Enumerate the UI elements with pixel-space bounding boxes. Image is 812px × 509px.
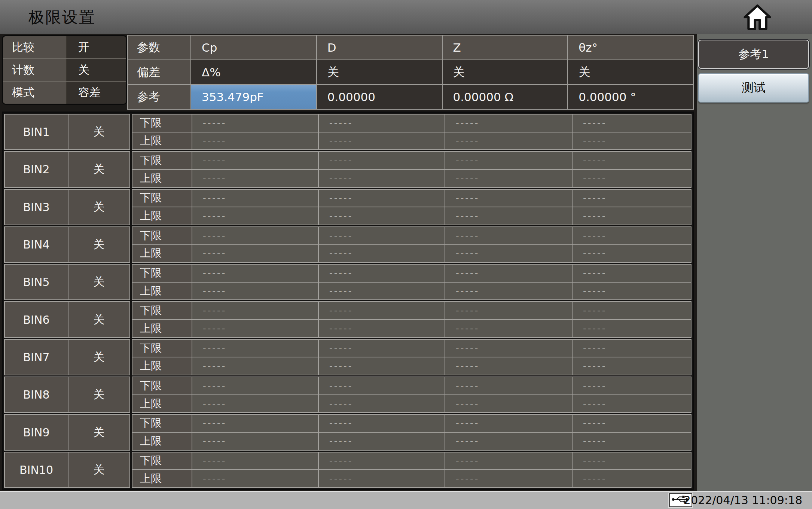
lower-limit-z[interactable]: ----- — [445, 265, 572, 282]
upper-limit-theta[interactable]: ----- — [573, 170, 691, 187]
lower-limit-cp[interactable]: ----- — [192, 377, 318, 394]
lower-limit-z[interactable]: ----- — [445, 340, 572, 357]
upper-limit-cp[interactable]: ----- — [192, 207, 318, 225]
upper-limit-theta[interactable]: ----- — [573, 320, 691, 337]
lower-limit-theta[interactable]: ----- — [573, 265, 691, 282]
lower-limit-z[interactable]: ----- — [445, 190, 572, 207]
upper-limit-cp[interactable]: ----- — [192, 245, 318, 262]
upper-limit-z[interactable]: ----- — [445, 320, 572, 337]
upper-limit-z[interactable]: ----- — [445, 357, 572, 375]
count-value[interactable]: 关 — [67, 59, 126, 81]
upper-limit-cp[interactable]: ----- — [192, 470, 318, 487]
lower-limit-z[interactable]: ----- — [445, 302, 572, 319]
lower-limit-d[interactable]: ----- — [319, 302, 445, 319]
upper-limit-z[interactable]: ----- — [445, 207, 572, 225]
upper-limit-theta[interactable]: ----- — [573, 207, 691, 225]
upper-limit-theta[interactable]: ----- — [573, 433, 691, 450]
upper-limit-cp[interactable]: ----- — [192, 320, 318, 337]
upper-limit-cp[interactable]: ----- — [192, 433, 318, 450]
lower-limit-theta[interactable]: ----- — [573, 190, 691, 207]
upper-limit-theta[interactable]: ----- — [573, 132, 691, 150]
lower-limit-theta[interactable]: ----- — [573, 227, 691, 244]
lower-limit-d[interactable]: ----- — [319, 227, 445, 244]
reference-z[interactable]: 0.00000 Ω — [443, 85, 568, 109]
upper-limit-cp[interactable]: ----- — [192, 283, 318, 300]
home-button[interactable] — [742, 4, 772, 31]
upper-limit-d[interactable]: ----- — [319, 433, 445, 450]
lower-limit-d[interactable]: ----- — [319, 190, 445, 207]
lower-limit-theta[interactable]: ----- — [573, 152, 691, 169]
lower-limit-cp[interactable]: ----- — [192, 302, 318, 319]
bin-state-toggle[interactable]: 关 — [68, 340, 129, 375]
reference-cp-selected[interactable]: 353.479pF — [191, 85, 316, 109]
lower-limit-d[interactable]: ----- — [319, 152, 445, 169]
lower-limit-z[interactable]: ----- — [445, 152, 572, 169]
lower-limit-z[interactable]: ----- — [445, 115, 572, 132]
upper-limit-cp[interactable]: ----- — [192, 170, 318, 187]
lower-limit-cp[interactable]: ----- — [192, 190, 318, 207]
upper-limit-z[interactable]: ----- — [445, 245, 572, 262]
bin-state-toggle[interactable]: 关 — [68, 265, 129, 299]
bin-state-toggle[interactable]: 关 — [68, 190, 129, 225]
lower-limit-d[interactable]: ----- — [319, 452, 445, 470]
lower-limit-d[interactable]: ----- — [319, 415, 445, 432]
mode-value[interactable]: 容差 — [67, 82, 126, 104]
lower-limit-theta[interactable]: ----- — [573, 377, 691, 394]
upper-limit-d[interactable]: ----- — [319, 170, 445, 187]
reference1-button[interactable]: 参考1 — [698, 40, 809, 69]
upper-limit-z[interactable]: ----- — [445, 395, 572, 412]
upper-limit-cp[interactable]: ----- — [192, 357, 318, 375]
bin-state-toggle[interactable]: 关 — [68, 377, 129, 412]
lower-limit-cp[interactable]: ----- — [192, 152, 318, 169]
lower-limit-d[interactable]: ----- — [319, 115, 445, 132]
upper-limit-d[interactable]: ----- — [319, 470, 445, 487]
upper-limit-cp[interactable]: ----- — [192, 395, 318, 412]
lower-limit-cp[interactable]: ----- — [192, 115, 318, 132]
bin-state-toggle[interactable]: 关 — [68, 452, 129, 487]
lower-limit-cp[interactable]: ----- — [192, 452, 318, 470]
reference-theta[interactable]: 0.00000 ° — [568, 85, 693, 109]
upper-limit-z[interactable]: ----- — [445, 170, 572, 187]
lower-limit-z[interactable]: ----- — [445, 452, 572, 470]
lower-limit-cp[interactable]: ----- — [192, 265, 318, 282]
lower-limit-cp[interactable]: ----- — [192, 340, 318, 357]
lower-limit-theta[interactable]: ----- — [573, 302, 691, 319]
lower-limit-z[interactable]: ----- — [445, 227, 572, 244]
lower-limit-d[interactable]: ----- — [319, 377, 445, 394]
upper-limit-cp[interactable]: ----- — [192, 132, 318, 150]
lower-limit-theta[interactable]: ----- — [573, 452, 691, 470]
deviation-z[interactable]: 关 — [443, 60, 568, 84]
upper-limit-d[interactable]: ----- — [319, 132, 445, 150]
bin-state-toggle[interactable]: 关 — [68, 415, 129, 449]
compare-value[interactable]: 开 — [67, 36, 126, 58]
upper-limit-d[interactable]: ----- — [319, 395, 445, 412]
lower-limit-theta[interactable]: ----- — [573, 115, 691, 132]
upper-limit-d[interactable]: ----- — [319, 357, 445, 375]
upper-limit-z[interactable]: ----- — [445, 283, 572, 300]
lower-limit-cp[interactable]: ----- — [192, 227, 318, 244]
upper-limit-z[interactable]: ----- — [445, 470, 572, 487]
upper-limit-d[interactable]: ----- — [319, 207, 445, 225]
lower-limit-theta[interactable]: ----- — [573, 340, 691, 357]
bin-state-toggle[interactable]: 关 — [68, 115, 129, 149]
test-button[interactable]: 测试 — [698, 73, 809, 103]
upper-limit-z[interactable]: ----- — [445, 132, 572, 150]
param-z[interactable]: Z — [443, 36, 568, 60]
reference-d[interactable]: 0.00000 — [317, 85, 442, 109]
upper-limit-d[interactable]: ----- — [319, 283, 445, 300]
lower-limit-z[interactable]: ----- — [445, 377, 572, 394]
upper-limit-d[interactable]: ----- — [319, 245, 445, 262]
upper-limit-theta[interactable]: ----- — [573, 283, 691, 300]
upper-limit-d[interactable]: ----- — [319, 320, 445, 337]
param-theta[interactable]: θz° — [568, 36, 693, 60]
deviation-d[interactable]: 关 — [317, 60, 442, 84]
param-d[interactable]: D — [317, 36, 442, 60]
upper-limit-z[interactable]: ----- — [445, 433, 572, 450]
lower-limit-d[interactable]: ----- — [319, 340, 445, 357]
bin-state-toggle[interactable]: 关 — [68, 302, 129, 337]
bin-state-toggle[interactable]: 关 — [68, 152, 129, 187]
deviation-cp[interactable]: Δ% — [191, 60, 316, 84]
lower-limit-d[interactable]: ----- — [319, 265, 445, 282]
upper-limit-theta[interactable]: ----- — [573, 470, 691, 487]
upper-limit-theta[interactable]: ----- — [573, 395, 691, 412]
